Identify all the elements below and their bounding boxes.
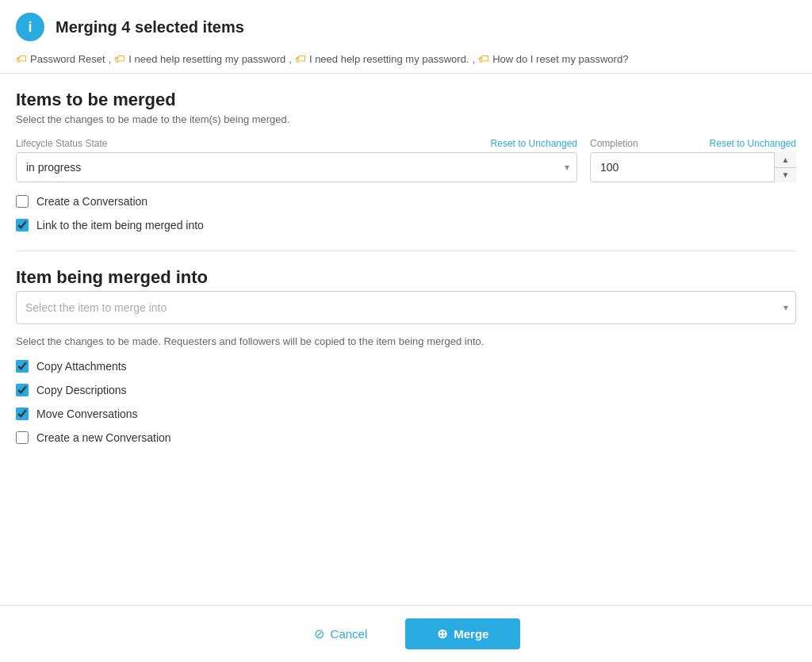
- completion-group: Completion Reset to Unchanged ▲ ▼: [590, 138, 796, 182]
- info-icon: i: [16, 13, 44, 41]
- completion-decrement-button[interactable]: ▼: [775, 168, 796, 183]
- cancel-label: Cancel: [331, 627, 368, 641]
- page-wrapper: i Merging 4 selected items 🏷 Password Re…: [0, 0, 812, 662]
- main-content: Items to be merged Select the changes to…: [0, 74, 812, 605]
- link-merged-label[interactable]: Link to the item being merged into: [36, 219, 204, 232]
- section1-subtitle: Select the changes to be made to the ite…: [16, 113, 796, 125]
- tag-icon-2: 🏷: [114, 52, 125, 65]
- cancel-button[interactable]: ⊘ Cancel: [292, 618, 390, 649]
- section-items-to-merge: Items to be merged Select the changes to…: [16, 90, 796, 232]
- checkbox-create-conversation-row: Create a Conversation: [16, 195, 796, 208]
- new-conversation-label[interactable]: Create a new Conversation: [36, 431, 171, 444]
- lifecycle-select-wrapper: in progress open closed pending ▾: [16, 152, 577, 182]
- lifecycle-label-row: Lifecycle Status State Reset to Unchange…: [16, 138, 577, 149]
- create-conversation-checkbox[interactable]: [16, 195, 29, 208]
- new-conversation-checkbox[interactable]: [16, 431, 29, 444]
- tag-icon-1: 🏷: [16, 52, 27, 65]
- create-conversation-label[interactable]: Create a Conversation: [36, 195, 147, 208]
- copy-descriptions-checkbox[interactable]: [16, 384, 29, 396]
- completion-spinners: ▲ ▼: [774, 152, 796, 182]
- tag-icon-3: 🏷: [295, 52, 306, 65]
- form-row-lifecycle: Lifecycle Status State Reset to Unchange…: [16, 138, 796, 182]
- merge-target-select[interactable]: [16, 291, 796, 324]
- checkbox-new-conversation-row: Create a new Conversation: [16, 431, 796, 444]
- tag-label-4: How do I reset my password?: [492, 53, 628, 65]
- tag-label-1: Password Reset: [30, 53, 105, 65]
- copy-attachments-checkbox[interactable]: [16, 360, 29, 373]
- copy-attachments-label[interactable]: Copy Attachments: [36, 360, 127, 373]
- tag-item-3: 🏷 I need help resetting my password.: [295, 52, 469, 65]
- tag-item-4: 🏷 How do I reset my password?: [478, 52, 628, 65]
- move-conversations-checkbox[interactable]: [16, 408, 29, 420]
- checkbox-copy-descriptions-row: Copy Descriptions: [16, 384, 796, 396]
- cancel-icon: ⊘: [314, 626, 324, 641]
- section-divider: [16, 251, 796, 251]
- merge-icon: ⊕: [437, 626, 447, 641]
- section1-title: Items to be merged: [16, 90, 796, 110]
- completion-label: Completion: [590, 138, 638, 149]
- completion-reset-link[interactable]: Reset to Unchanged: [710, 138, 796, 149]
- completion-increment-button[interactable]: ▲: [775, 152, 796, 168]
- tag-label-2: I need help resetting my password: [128, 53, 285, 65]
- tags-row: 🏷 Password Reset , 🏷 I need help resetti…: [16, 49, 796, 65]
- header: i Merging 4 selected items 🏷 Password Re…: [0, 0, 812, 74]
- completion-number-wrapper: ▲ ▼: [590, 152, 796, 182]
- tag-icon-4: 🏷: [478, 52, 489, 65]
- lifecycle-group: Lifecycle Status State Reset to Unchange…: [16, 138, 577, 182]
- link-merged-checkbox[interactable]: [16, 219, 29, 232]
- checkbox-link-merged-row: Link to the item being merged into: [16, 219, 796, 232]
- checkbox-copy-attachments-row: Copy Attachments: [16, 360, 796, 373]
- completion-input[interactable]: [590, 152, 796, 182]
- changes-note: Select the changes to be made. Requester…: [16, 335, 796, 347]
- merge-select-wrapper: ▾ Select the item to merge into: [16, 291, 796, 324]
- checkbox-move-conversations-row: Move Conversations: [16, 408, 796, 420]
- lifecycle-select[interactable]: in progress open closed pending: [16, 152, 577, 182]
- move-conversations-label[interactable]: Move Conversations: [36, 408, 138, 420]
- footer: ⊘ Cancel ⊕ Merge: [0, 605, 812, 662]
- section2-title: Item being merged into: [16, 267, 796, 288]
- tag-item-2: 🏷 I need help resetting my password: [114, 52, 285, 65]
- tag-item-1: 🏷 Password Reset: [16, 52, 105, 65]
- title-row: i Merging 4 selected items: [16, 13, 796, 41]
- tag-label-3: I need help resetting my password.: [309, 53, 469, 65]
- page-title: Merging 4 selected items: [56, 18, 244, 36]
- copy-descriptions-label[interactable]: Copy Descriptions: [36, 384, 127, 396]
- section-item-merged-into: Item being merged into ▾ Select the item…: [16, 267, 796, 444]
- completion-label-row: Completion Reset to Unchanged: [590, 138, 796, 149]
- lifecycle-reset-link[interactable]: Reset to Unchanged: [491, 138, 577, 149]
- merge-label: Merge: [454, 627, 488, 641]
- lifecycle-label: Lifecycle Status State: [16, 138, 107, 149]
- merge-button[interactable]: ⊕ Merge: [405, 618, 520, 649]
